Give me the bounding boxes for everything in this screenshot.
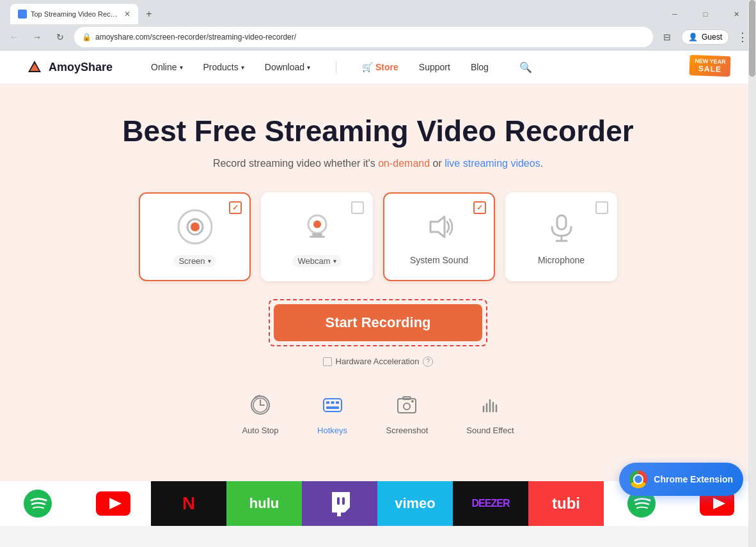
chrome-extension-button[interactable]: Chrome Extension: [619, 463, 743, 496]
streaming-twitch: [302, 481, 377, 526]
forward-button[interactable]: →: [28, 28, 46, 46]
tab-title: Top Streaming Video Record...: [31, 10, 120, 18]
address-bar[interactable]: 🔒 amoyshare.com/screen-recorder/streamin…: [74, 27, 653, 47]
sale-badge-label: SALE: [694, 64, 725, 74]
microphone-checkbox[interactable]: [595, 201, 608, 214]
microphone-label: Microphone: [522, 255, 601, 265]
profile-label: Guest: [702, 33, 722, 42]
hardware-acceleration-checkbox[interactable]: [323, 357, 332, 366]
webcam-icon: [297, 206, 338, 247]
svg-rect-35: [337, 497, 340, 505]
maximize-button[interactable]: □: [691, 5, 720, 23]
hotkeys-feature[interactable]: Hotkeys: [317, 390, 348, 435]
hotkeys-label: Hotkeys: [317, 426, 348, 435]
streaming-youtube: [75, 481, 151, 526]
svg-rect-6: [310, 236, 325, 238]
screenshot-feature[interactable]: Screenshot: [386, 390, 429, 435]
url-text: amoyshare.com/screen-recorder/streaming-…: [95, 33, 645, 42]
new-tab-button[interactable]: +: [141, 6, 157, 22]
screen-icon: [175, 206, 216, 247]
search-icon[interactable]: 🔍: [519, 61, 532, 73]
microphone-card[interactable]: Microphone: [505, 192, 617, 281]
youtube-icon: [96, 491, 130, 516]
system-sound-card[interactable]: System Sound: [383, 192, 495, 281]
nav-support[interactable]: Support: [419, 62, 450, 72]
auto-stop-icon: [245, 390, 276, 420]
logo[interactable]: AmoyShare: [26, 58, 113, 76]
sale-badge: NEW YEAR SALE: [689, 55, 730, 77]
streaming-hulu: hulu: [226, 481, 302, 526]
nav-online[interactable]: Online ▾: [151, 62, 182, 72]
products-chevron-icon: ▾: [241, 64, 244, 71]
streaming-netflix: N: [151, 481, 226, 526]
svg-point-2: [191, 222, 200, 231]
nav-products[interactable]: Products ▾: [203, 62, 244, 72]
system-sound-label: System Sound: [400, 255, 478, 265]
svg-rect-22: [329, 406, 336, 409]
webcam-select-chevron: ▾: [333, 258, 336, 265]
close-window-button[interactable]: ✕: [721, 5, 751, 23]
logo-icon: [26, 58, 43, 76]
download-chevron-icon: ▾: [307, 64, 310, 71]
svg-rect-19: [336, 401, 339, 404]
webcam-card[interactable]: Webcam ▾: [261, 192, 373, 281]
svg-marker-7: [430, 217, 445, 237]
svg-rect-8: [557, 215, 566, 229]
screen-label: Screen ▾: [155, 255, 234, 267]
screen-card[interactable]: Screen ▾: [139, 192, 251, 281]
hardware-acceleration-label: Hardware Acceleration: [336, 357, 420, 366]
svg-rect-17: [326, 401, 329, 404]
sound-effect-feature[interactable]: Sound Effect: [466, 390, 514, 435]
webcam-label: Webcam ▾: [278, 255, 356, 267]
minimize-button[interactable]: ─: [660, 5, 689, 23]
profile-button[interactable]: 👤 Guest: [681, 29, 729, 45]
cart-icon: 🛒: [362, 62, 373, 72]
lock-icon: 🔒: [82, 33, 91, 42]
streaming-deezer: DEEZER: [453, 481, 528, 526]
svg-point-4: [313, 220, 321, 228]
chrome-logo-icon: [629, 470, 647, 488]
system-sound-icon: [419, 206, 460, 247]
streaming-vimeo: vimeo: [377, 481, 453, 526]
webcam-select[interactable]: Webcam ▾: [292, 255, 341, 267]
back-button[interactable]: ←: [5, 28, 23, 46]
nav-divider: [336, 61, 336, 73]
nav-store[interactable]: 🛒 Store: [362, 62, 398, 72]
svg-point-25: [404, 403, 410, 410]
scrollbar[interactable]: [748, 0, 756, 526]
spotify-icon: [22, 488, 54, 520]
nav-blog[interactable]: Blog: [471, 62, 489, 72]
screenshot-icon: [391, 390, 422, 420]
recording-options: Screen ▾ Webc: [13, 192, 743, 281]
screen-select[interactable]: Screen ▾: [173, 255, 216, 267]
tab-close-button[interactable]: ✕: [124, 10, 130, 19]
screen-select-chevron: ▾: [208, 258, 211, 265]
svg-rect-18: [331, 401, 334, 404]
sound-effect-icon: [475, 390, 505, 420]
auto-stop-feature[interactable]: Auto Stop: [242, 390, 278, 435]
screen-checkbox[interactable]: [229, 201, 242, 214]
nav-download[interactable]: Download ▾: [265, 62, 310, 72]
online-chevron-icon: ▾: [180, 64, 183, 71]
scrollbar-thumb[interactable]: [749, 0, 755, 77]
streaming-spotify: [0, 481, 75, 526]
start-recording-button[interactable]: Start Recording: [274, 304, 482, 341]
streaming-tubi: tubi: [528, 481, 604, 526]
sound-effect-label: Sound Effect: [466, 426, 514, 435]
svg-rect-5: [312, 233, 322, 236]
split-view-button[interactable]: ⊟: [658, 29, 676, 45]
refresh-button[interactable]: ↻: [51, 28, 69, 46]
screenshot-label: Screenshot: [386, 426, 429, 435]
hotkeys-icon: [317, 390, 348, 420]
hardware-acceleration-help[interactable]: ?: [423, 357, 433, 367]
system-sound-checkbox[interactable]: [473, 201, 486, 214]
logo-text: AmoyShare: [49, 61, 113, 74]
profile-icon: 👤: [688, 33, 698, 42]
start-recording-section: Start Recording: [13, 299, 743, 346]
nav-links: Online ▾ Products ▾ Download ▾ 🛒 Store S…: [151, 61, 730, 73]
site-navigation: AmoyShare Online ▾ Products ▾ Download ▾…: [0, 50, 756, 84]
browser-tab[interactable]: Top Streaming Video Record... ✕: [10, 4, 138, 24]
microphone-icon: [541, 206, 582, 247]
tab-favicon: [18, 10, 27, 19]
webcam-checkbox[interactable]: [351, 201, 364, 214]
